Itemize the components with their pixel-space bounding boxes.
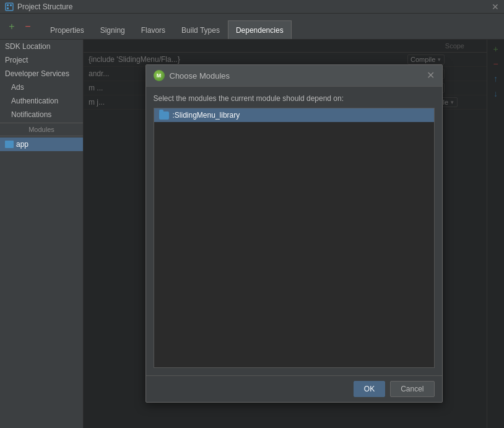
modal-footer: OK Cancel xyxy=(146,375,442,402)
window-title: Project Structure xyxy=(17,2,72,11)
module-list-item[interactable]: :SlidingMenu_library xyxy=(154,108,434,122)
sidebar-item-authentication[interactable]: Authentication xyxy=(0,94,83,108)
sidebar: SDK Location Project Developer Services … xyxy=(0,40,84,428)
tab-dependencies[interactable]: Dependencies xyxy=(228,20,292,39)
modal-ok-button[interactable]: OK xyxy=(354,381,385,397)
modal-title-icon: M xyxy=(154,70,165,81)
tab-properties[interactable]: Properties xyxy=(42,20,92,39)
sidebar-item-ads[interactable]: Ads xyxy=(0,81,83,94)
module-list-item-label: :SlidingMenu_library xyxy=(173,111,240,120)
remove-button[interactable]: − xyxy=(21,20,35,33)
sidebar-item-sdk-location[interactable]: SDK Location xyxy=(0,40,83,53)
svg-rect-1 xyxy=(7,4,9,6)
top-toolbar: + − Properties Signing Flavors Build Typ… xyxy=(0,14,504,40)
main-container: SDK Location Project Developer Services … xyxy=(0,40,504,428)
svg-rect-2 xyxy=(10,4,12,6)
modal-description: Select the modules the current module sh… xyxy=(154,94,435,103)
window-close-button[interactable]: ✕ xyxy=(492,2,499,12)
folder-icon xyxy=(159,111,169,120)
sidebar-item-project[interactable]: Project xyxy=(0,53,83,67)
modal-overlay: M Choose Modules ✕ Select the modules th… xyxy=(84,40,504,428)
sidebar-item-notifications[interactable]: Notifications xyxy=(0,108,83,121)
tab-signing[interactable]: Signing xyxy=(92,20,133,39)
modal-title: Choose Modules xyxy=(170,71,230,81)
sidebar-item-app[interactable]: app xyxy=(0,138,83,151)
module-icon xyxy=(5,141,14,148)
modal-body: Select the modules the current module sh… xyxy=(146,87,442,375)
modules-section-header: Modules xyxy=(0,123,83,136)
modal-cancel-button[interactable]: Cancel xyxy=(390,381,434,397)
window-icon xyxy=(5,2,14,11)
svg-rect-3 xyxy=(7,7,9,9)
content-area: Scope {include 'SlidingMenu/Fla...} Comp… xyxy=(84,40,504,428)
tab-flavors[interactable]: Flavors xyxy=(133,20,173,39)
modal-close-button[interactable]: ✕ xyxy=(427,71,435,81)
modal-header: M Choose Modules ✕ xyxy=(146,65,442,87)
tab-build-types[interactable]: Build Types xyxy=(173,20,228,39)
choose-modules-modal: M Choose Modules ✕ Select the modules th… xyxy=(146,64,443,403)
title-bar: Project Structure ✕ xyxy=(0,0,504,14)
svg-rect-0 xyxy=(6,3,13,11)
tabs-area: Properties Signing Flavors Build Types D… xyxy=(42,14,292,39)
add-button[interactable]: + xyxy=(5,20,19,33)
module-list: :SlidingMenu_library xyxy=(154,108,435,368)
sidebar-item-developer-services[interactable]: Developer Services xyxy=(0,67,83,81)
